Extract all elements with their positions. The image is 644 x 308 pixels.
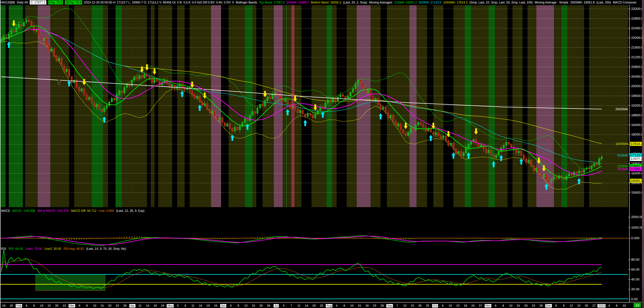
macd-study-label-row: MACDMACD: -106.658MA of MACD: -201.370MA… bbox=[1, 209, 144, 213]
bg-stripe-green bbox=[326, 5, 332, 207]
rsi-label-segment: Line1: 70.00 bbox=[25, 247, 42, 251]
bg-stripe-green bbox=[9, 5, 23, 207]
date-axis-label: 10 bbox=[93, 304, 96, 308]
price-scale-label: 22400.0 bbox=[631, 26, 643, 30]
rsi-label-segment: (Last, 14, 9, 70, 30, Smp, No) bbox=[86, 247, 126, 251]
date-axis-label: 24 bbox=[161, 304, 164, 308]
rsi-label-segment: RSI Avg: 46.52 bbox=[64, 247, 84, 251]
date-axis-label: 19 bbox=[154, 304, 157, 308]
status-segment: (Last, 250) bbox=[596, 0, 611, 4]
date-axis-label: 4 bbox=[608, 304, 610, 308]
date-axis-label: 28 bbox=[123, 304, 126, 308]
price-scale-label: 21200.0 bbox=[631, 55, 643, 59]
price-scale-label: 20400.0 bbox=[631, 75, 643, 78]
date-axis-label: 10 bbox=[449, 304, 452, 308]
date-axis-label: 4 bbox=[336, 304, 338, 308]
status-segment: (Smp, Last, 10, Smp, Last, 50, Smp, Last… bbox=[470, 0, 533, 4]
sma-tag-label: 250SMA bbox=[615, 107, 628, 111]
rsi-scale-label: 60.00 bbox=[631, 268, 640, 272]
date-axis-label: 8 bbox=[616, 304, 618, 308]
bg-stripe-black bbox=[69, 5, 74, 207]
macd-label-segment: MACD Diff: 94.712 bbox=[71, 209, 96, 213]
bg-stripe-black bbox=[584, 5, 589, 207]
vertical-band-annotation bbox=[292, 5, 294, 207]
chart-canvas[interactable] bbox=[0, 0, 644, 308]
date-axis-label: 11 bbox=[191, 304, 194, 308]
price-scale-label: 20000.0 bbox=[631, 84, 643, 88]
bg-stripe-black bbox=[444, 5, 454, 207]
date-axis-label: 15 bbox=[48, 304, 51, 308]
ellipse-annotation bbox=[58, 79, 60, 85]
date-axis-label: 10 bbox=[509, 304, 512, 308]
price-scale-label: 18000.0 bbox=[631, 133, 643, 136]
macd-scale-label: 0.000 bbox=[631, 236, 640, 240]
date-axis-label: 28 bbox=[380, 304, 384, 308]
status-segment: Bottom Band: 16092.3 bbox=[311, 0, 341, 4]
price-scale-label: 23200.0 bbox=[631, 7, 643, 11]
sma-tag-label: 20SMA bbox=[617, 167, 628, 171]
date-axis-label: 8 bbox=[563, 304, 564, 308]
date-axis-label: 5 bbox=[177, 304, 178, 308]
status-segment: 2023-12-29 00:00:00 H: 17119.7 L: 16960.… bbox=[84, 0, 234, 4]
price-scale-label: 16400.0 bbox=[631, 171, 643, 175]
date-axis-label: 25 bbox=[320, 304, 323, 308]
date-axis-label: 20 bbox=[418, 304, 422, 308]
date-axis-label: 6 bbox=[495, 304, 496, 308]
macd-label-segment: Line: 0.000 bbox=[99, 209, 114, 213]
date-axis-label: 8 bbox=[86, 304, 88, 308]
macd-label-segment: MACD bbox=[1, 209, 10, 213]
date-axis-label: 25 bbox=[426, 304, 429, 308]
date-axis-label: 18 bbox=[464, 304, 467, 308]
date-axis-label: 10 bbox=[40, 304, 43, 308]
price-scale-label: 22000.0 bbox=[631, 36, 643, 40]
date-axis[interactable]: 1826Feb6810152023Mar681015202328Apr11141… bbox=[0, 302, 630, 308]
price-scale-label: 22800.0 bbox=[631, 17, 643, 20]
bg-stripe-pink bbox=[536, 5, 554, 207]
date-axis-label: 6 bbox=[230, 304, 232, 308]
date-axis-label: 11 bbox=[297, 304, 300, 308]
date-axis-label: 27 bbox=[592, 304, 596, 308]
date-axis-label: 19 bbox=[206, 304, 210, 308]
symbol-status-bar: HKG33[M]Daily #9C: 17077.2Chg: 75.4DChg:… bbox=[1, 0, 629, 5]
window-left-border bbox=[0, 0, 0, 308]
sma-tag-label: 50SMA bbox=[617, 154, 628, 157]
date-axis-label: 7 bbox=[290, 304, 292, 308]
status-segment: Bollinger Bands bbox=[236, 0, 257, 4]
date-axis-label: Jul bbox=[274, 304, 279, 308]
status-segment: 50SMA: 17133.5 bbox=[419, 0, 441, 4]
date-axis-label: 23 bbox=[532, 304, 535, 308]
status-segment: MACD Crossover bbox=[613, 0, 636, 4]
date-axis-label: 18 bbox=[365, 304, 369, 308]
bg-stripe-green bbox=[245, 5, 252, 207]
date-axis-label: 11 bbox=[138, 304, 142, 308]
date-axis-label: 8 bbox=[33, 304, 35, 308]
date-axis-label: Aug bbox=[326, 304, 332, 308]
macd-label-segment: (Last, 12, 26, 9, Exp) bbox=[116, 209, 144, 213]
date-axis-label: 10 bbox=[350, 304, 354, 308]
price-scale-label: 15600.0 bbox=[631, 191, 643, 195]
date-axis-label: 7 bbox=[396, 304, 398, 308]
date-axis-label: 10 bbox=[623, 304, 626, 308]
date-axis-label: Oct bbox=[432, 304, 438, 308]
price-scale-label: 19200.0 bbox=[631, 104, 643, 107]
date-axis-label: 9 bbox=[184, 304, 186, 308]
date-axis-label: 20 bbox=[312, 304, 316, 308]
date-axis-label: 20 bbox=[55, 304, 58, 308]
date-axis-label: 8 bbox=[238, 304, 239, 308]
price-scale-label: 21600.0 bbox=[631, 45, 643, 49]
bg-stripe-black bbox=[147, 5, 151, 207]
rsi-scale-label: 80.00 bbox=[631, 258, 640, 262]
date-axis-label: 15 bbox=[358, 304, 361, 308]
price-scale-label: 18400.0 bbox=[631, 123, 643, 127]
rsi-scale-label: 40.00 bbox=[631, 278, 640, 281]
date-axis-label: 6 bbox=[442, 304, 444, 308]
bg-stripe-pink bbox=[274, 5, 282, 207]
date-axis-label: 27 bbox=[479, 304, 482, 308]
rsi-scale-label: 0.00 bbox=[631, 297, 638, 301]
date-axis-label: Jun bbox=[220, 304, 226, 308]
rsi-scale-label: 20.00 bbox=[631, 287, 640, 291]
status-segment: C: 17077.2 bbox=[30, 0, 46, 4]
date-axis-label: 16 bbox=[199, 304, 202, 308]
date-axis-label: 15 bbox=[577, 304, 580, 308]
bg-stripe-pink bbox=[357, 5, 370, 207]
